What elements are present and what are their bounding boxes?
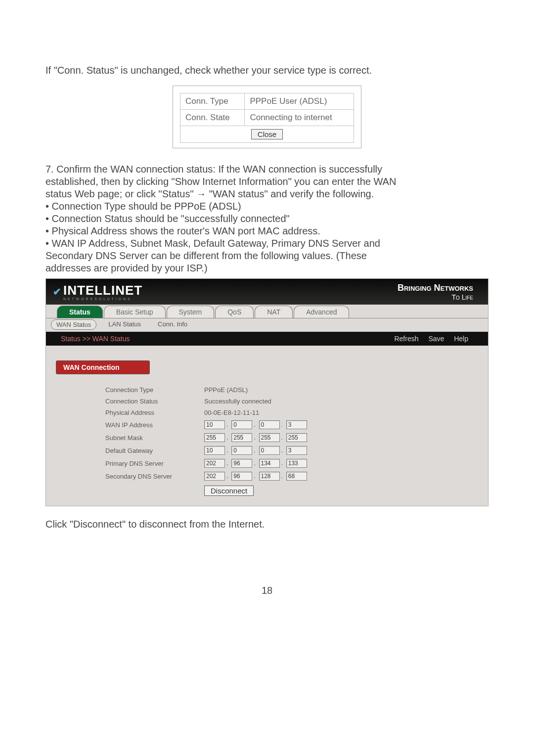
wan-connection-table: Connection Type PPPoE (ADSL) Connection …: [100, 384, 312, 498]
wan-connection-heading: WAN Connection: [56, 360, 150, 374]
intro-paragraph: If "Conn. Status" is unchanged, check wh…: [45, 64, 489, 77]
row-conn-status-label: Connection Status: [100, 396, 199, 407]
conn-type-value: PPPoE User (ADSL): [245, 93, 354, 110]
brand-slogan: Bringing Networks To Life: [398, 283, 473, 301]
conn-state-label: Conn. State: [180, 110, 245, 126]
tab-qos[interactable]: QoS: [215, 306, 254, 318]
row-gateway-label: Default Gateway: [100, 444, 199, 457]
wan-ip-oct4[interactable]: 3: [286, 420, 307, 429]
tab-nat[interactable]: NAT: [255, 306, 293, 318]
row-phys-addr-label: Physical Address: [100, 407, 199, 418]
close-button[interactable]: Close: [251, 129, 283, 139]
breadcrumb: Status >> WAN Status: [61, 335, 130, 343]
save-link[interactable]: Save: [428, 335, 444, 343]
row-wan-ip-value: 10. 0. 0. 3: [199, 418, 312, 431]
row-dns1-value: 202. 96. 134. 133: [199, 457, 312, 470]
row-subnet-value: 255. 255. 255. 255: [199, 431, 312, 444]
row-conn-status-value: Successfully connected: [199, 396, 312, 407]
help-link[interactable]: Help: [454, 335, 468, 343]
brand-logo: ✔ INTELLINET N E T W O R K S O L U T I O…: [53, 283, 142, 301]
subtab-wan-status[interactable]: WAN Status: [51, 319, 96, 330]
refresh-link[interactable]: Refresh: [394, 335, 418, 343]
tab-advanced[interactable]: Advanced: [294, 306, 349, 318]
row-wan-ip-label: WAN IP Address: [100, 418, 199, 431]
conn-state-box: Conn. Type PPPoE User (ADSL) Conn. State…: [173, 86, 361, 148]
check-icon: ✔: [53, 286, 61, 298]
outro-paragraph: Click "Disconnect" to disconnect from th…: [45, 518, 489, 531]
row-conn-type-label: Connection Type: [100, 384, 199, 396]
wan-ip-oct2[interactable]: 0: [231, 420, 252, 429]
tab-basic-setup[interactable]: Basic Setup: [104, 306, 166, 318]
conn-state-value: Connecting to internet: [245, 110, 354, 126]
row-gateway-value: 10. 0. 0. 3: [199, 444, 312, 457]
subtab-conn-info[interactable]: Conn. Info: [153, 319, 192, 330]
disconnect-button[interactable]: Disconnect: [204, 486, 254, 496]
row-conn-type-value: PPPoE (ADSL): [199, 384, 312, 396]
row-subnet-label: Subnet Mask: [100, 431, 199, 444]
row-dns1-label: Primary DNS Server: [100, 457, 199, 470]
wan-ip-oct1[interactable]: 10: [204, 420, 225, 429]
tab-status[interactable]: Status: [57, 306, 103, 318]
router-screenshot: ✔ INTELLINET N E T W O R K S O L U T I O…: [45, 278, 489, 506]
page-number: 18: [45, 585, 489, 596]
conn-type-label: Conn. Type: [180, 93, 245, 110]
row-dns2-value: 202. 96. 128. 68: [199, 470, 312, 483]
row-dns2-label: Secondary DNS Server: [100, 470, 199, 483]
wan-ip-oct3[interactable]: 0: [259, 420, 280, 429]
subtab-lan-status[interactable]: LAN Status: [103, 319, 146, 330]
step7-paragraph: 7. Confirm the WAN connection status: If…: [45, 163, 489, 274]
tab-system[interactable]: System: [167, 306, 215, 318]
row-phys-addr-value: 00-0E-E8-12-11-11: [199, 407, 312, 418]
